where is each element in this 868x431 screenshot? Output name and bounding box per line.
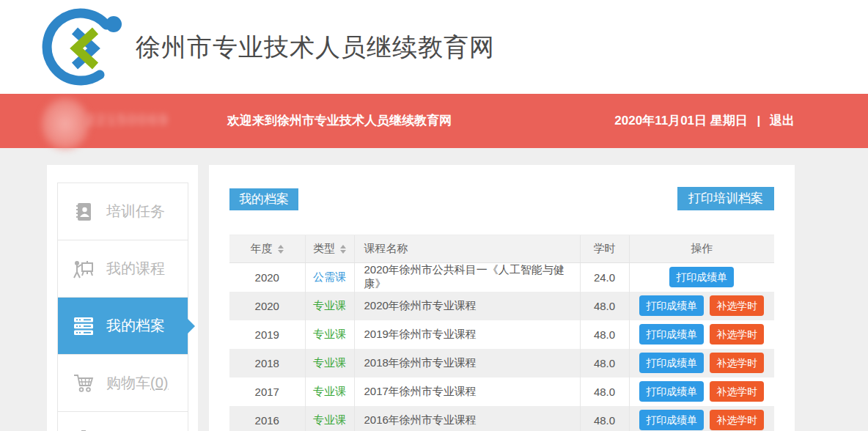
print-training-archive-button[interactable]: 打印培训档案	[677, 187, 774, 210]
cell-year: 2020	[229, 292, 305, 320]
welcome-text: 欢迎来到徐州市专业技术人员继续教育网	[227, 94, 452, 148]
current-date: 2020年11月01日 星期日	[614, 114, 747, 128]
makeup-hours-button[interactable]: 补选学时	[710, 353, 764, 373]
cell-course-name: 2020年徐州市专业课程	[354, 292, 580, 320]
main-panel: 我的档案 打印培训档案 年度 类型 课程名称 学时 操作 2020公需课2020…	[209, 165, 795, 431]
print-transcript-button[interactable]: 打印成绩单	[639, 324, 704, 345]
print-transcript-button[interactable]: 打印成绩单	[669, 267, 734, 287]
print-transcript-button[interactable]: 打印成绩单	[639, 410, 704, 430]
table-row: 2016专业课2016年徐州市专业课程48.0打印成绩单补选学时	[229, 406, 774, 431]
sidebar-item-my-archive[interactable]: 我的档案	[58, 298, 188, 355]
cell-actions: 打印成绩单补选学时	[629, 377, 774, 406]
cart-count[interactable]: (0)	[150, 375, 168, 391]
archive-table-body: 2020公需课2020年徐州市公共科目一《人工智能与健康》24.0打印成绩单20…	[229, 263, 774, 431]
cell-actions: 打印成绩单补选学时	[629, 292, 774, 320]
cell-type: 专业课	[305, 349, 354, 377]
sidebar-item-label: 购物车(0)	[106, 373, 168, 393]
archive-stack-icon	[73, 315, 95, 337]
cell-year: 2020	[229, 263, 305, 292]
cell-type: 专业课	[305, 377, 354, 406]
print-transcript-button[interactable]: 打印成绩单	[639, 295, 704, 316]
cell-hours: 48.0	[580, 292, 629, 320]
cell-hours: 48.0	[580, 320, 629, 349]
table-row: 2019专业课2019年徐州市专业课程48.0打印成绩单补选学时	[229, 320, 774, 349]
cell-course-name: 2020年徐州市公共科目一《人工智能与健康》	[354, 263, 580, 292]
cell-type: 专业课	[305, 406, 354, 431]
cell-actions: 打印成绩单补选学时	[629, 406, 774, 431]
cell-course-name: 2016年徐州市专业课程	[354, 406, 580, 431]
column-header-course-name: 课程名称	[354, 235, 580, 263]
makeup-hours-button[interactable]: 补选学时	[710, 295, 764, 316]
sidebar-item-label: 我的档案	[106, 316, 165, 336]
cell-course-name: 2018年徐州市专业课程	[354, 349, 580, 377]
table-header-row: 年度 类型 课程名称 学时 操作	[229, 235, 774, 263]
sidebar-item-label: 我的课程	[106, 259, 165, 279]
site-header: 徐州市专业技术人员继续教育网	[0, 0, 868, 94]
table-row: 2017专业课2017年徐州市专业课程48.0打印成绩单补选学时	[229, 377, 774, 406]
makeup-hours-button[interactable]: 补选学时	[710, 381, 764, 402]
sidebar: 培训任务 我的课程	[47, 165, 198, 431]
column-header-actions: 操作	[629, 235, 774, 263]
user-id-blurred: 22150069	[87, 111, 211, 128]
table-row: 2020专业课2020年徐州市专业课程48.0打印成绩单补选学时	[229, 292, 774, 320]
print-transcript-button[interactable]: 打印成绩单	[639, 353, 704, 373]
cell-type: 公需课	[305, 263, 354, 292]
user-avatar-blurred	[40, 97, 90, 151]
table-row: 2018专业课2018年徐州市专业课程48.0打印成绩单补选学时	[229, 349, 774, 377]
cell-course-name: 2017年徐州市专业课程	[354, 377, 580, 406]
welcome-banner: 22150069 欢迎来到徐州市专业技术人员继续教育网 2020年11月01日 …	[0, 94, 868, 148]
cell-hours: 48.0	[580, 377, 629, 406]
cell-course-name: 2019年徐州市专业课程	[354, 320, 580, 349]
sidebar-item-my-courses[interactable]: 我的课程	[58, 240, 188, 298]
cell-type: 专业课	[305, 292, 354, 320]
sidebar-item-cart[interactable]: 购物车(0)	[58, 355, 188, 412]
makeup-hours-button[interactable]: 补选学时	[710, 324, 764, 345]
makeup-hours-button[interactable]: 补选学时	[710, 410, 764, 430]
cell-actions: 打印成绩单	[629, 263, 774, 292]
banner-right: 2020年11月01日 星期日 | 退出	[614, 94, 795, 148]
column-header-hours: 学时	[580, 235, 629, 263]
cell-hours: 24.0	[580, 263, 629, 292]
column-header-year: 年度	[229, 235, 305, 263]
table-row: 2020公需课2020年徐州市公共科目一《人工智能与健康》24.0打印成绩单	[229, 263, 774, 292]
cart-icon	[73, 372, 95, 394]
site-title: 徐州市专业技术人员继续教育网	[136, 31, 495, 65]
sort-type-icon[interactable]	[340, 245, 346, 254]
column-header-type: 类型	[305, 235, 354, 263]
cell-year: 2018	[229, 349, 305, 377]
address-book-icon	[73, 201, 95, 223]
cell-actions: 打印成绩单补选学时	[629, 320, 774, 349]
sidebar-item-label: 培训任务	[106, 202, 165, 221]
course-board-icon	[73, 258, 95, 280]
cell-hours: 48.0	[580, 406, 629, 431]
sort-year-icon[interactable]	[278, 245, 284, 254]
sidebar-item-partial[interactable]	[58, 412, 188, 431]
tab-my-archive[interactable]: 我的档案	[229, 188, 298, 210]
archive-table: 年度 类型 课程名称 学时 操作 2020公需课2020年徐州市公共科目一《人工…	[229, 235, 774, 431]
separator: |	[757, 114, 761, 128]
logout-link[interactable]: 退出	[770, 114, 795, 128]
print-transcript-button[interactable]: 打印成绩单	[639, 381, 704, 402]
active-item-arrow-icon	[188, 319, 195, 334]
cell-type: 专业课	[305, 320, 354, 349]
sidebar-item-training-tasks[interactable]: 培训任务	[58, 183, 188, 240]
cell-year: 2017	[229, 377, 305, 406]
cell-year: 2019	[229, 320, 305, 349]
cell-year: 2016	[229, 406, 305, 431]
site-logo-icon	[38, 4, 129, 86]
cell-actions: 打印成绩单补选学时	[629, 349, 774, 377]
sidebar-menu: 培训任务 我的课程	[57, 183, 188, 431]
cell-hours: 48.0	[580, 349, 629, 377]
